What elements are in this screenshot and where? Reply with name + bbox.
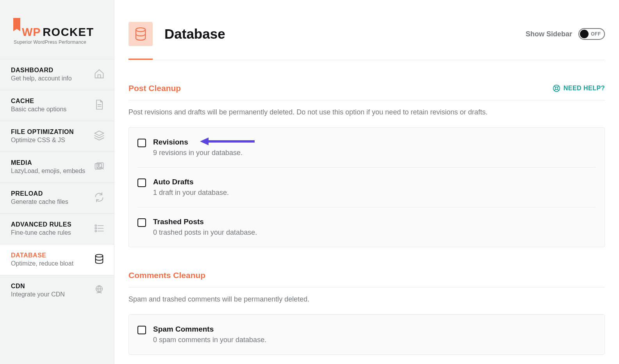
svg-point-15	[555, 87, 558, 90]
section-title: Comments Cleanup	[128, 271, 205, 280]
option-row: Trashed Posts 0 trashed posts in your da…	[137, 207, 596, 247]
logo-area: WP ROCKET Superior WordPress Performance	[0, 0, 114, 59]
need-help-link[interactable]: NEED HELP?	[553, 84, 605, 92]
nav-title: DASHBOARD	[11, 67, 72, 74]
section-comments-cleanup: Comments Cleanup Spam and trashed commen…	[128, 271, 605, 355]
main-content: Database Show Sidebar OFF Post Cleanup N…	[114, 0, 619, 364]
toggle-knob	[580, 30, 589, 38]
option-title: Spam Comments	[153, 325, 266, 334]
sidebar-item-cdn[interactable]: CDN Integrate your CDN	[0, 275, 114, 306]
option-title: Auto Drafts	[153, 178, 229, 186]
images-icon	[94, 161, 105, 173]
sidebar-item-advanced-rules[interactable]: ADVANCED RULES Fine-tune cache rules	[0, 213, 114, 244]
section-description: Spam and trashed comments will be perman…	[128, 295, 605, 303]
sidebar-item-file-optimization[interactable]: FILE OPTIMIZATION Optimize CSS & JS	[0, 121, 114, 152]
nav-title: PRELOAD	[11, 190, 68, 197]
show-sidebar-toggle[interactable]: OFF	[578, 28, 605, 40]
svg-point-14	[553, 85, 560, 92]
toggle-text: OFF	[591, 31, 601, 37]
svg-rect-6	[95, 227, 97, 229]
sidebar-item-preload[interactable]: PRELOAD Generate cache files	[0, 182, 114, 213]
page-header: Database Show Sidebar OFF	[128, 0, 605, 46]
need-help-label: NEED HELP?	[564, 85, 605, 92]
option-group: Revisions 9 revisions in your database. …	[128, 127, 605, 247]
option-sub: 0 spam comments in your database.	[153, 336, 266, 344]
nav-title: DATABASE	[11, 252, 73, 259]
database-icon	[94, 253, 105, 266]
page-icon-database	[128, 22, 153, 46]
logo-ribbon-icon	[13, 18, 20, 35]
option-sub: 1 draft in your database.	[153, 189, 229, 197]
svg-line-18	[554, 89, 555, 91]
nav-title: CACHE	[11, 98, 66, 105]
nav-sub: Integrate your CDN	[11, 291, 65, 298]
sidebar: WP ROCKET Superior WordPress Performance…	[0, 0, 114, 364]
page-title: Database	[164, 26, 225, 42]
svg-rect-5	[95, 225, 97, 226]
section-post-cleanup: Post Cleanup NEED HELP? Post revisions a…	[128, 84, 605, 247]
nav-title: FILE OPTIMIZATION	[11, 128, 74, 136]
sidebar-item-database[interactable]: DATABASE Optimize, reduce bloat	[0, 244, 114, 275]
option-group: Spam Comments 0 spam comments in your da…	[128, 314, 605, 355]
nav-sub: Generate cache files	[11, 198, 68, 205]
logo-wp: WP	[22, 26, 41, 38]
nav-sub: Optimize CSS & JS	[11, 137, 74, 144]
globe-icon	[94, 284, 105, 297]
checkbox-trashed-posts[interactable]	[137, 218, 146, 227]
sidebar-item-media[interactable]: MEDIA LazyLoad, emojis, embeds	[0, 152, 114, 182]
show-sidebar-label: Show Sidebar	[526, 30, 572, 38]
svg-rect-7	[95, 230, 97, 232]
tab-indicator	[128, 59, 605, 60]
option-title: Trashed Posts	[153, 218, 257, 226]
nav-sub: Get help, account info	[11, 75, 72, 82]
home-icon	[94, 68, 105, 81]
option-title: Revisions	[153, 138, 243, 146]
nav-sub: Basic cache options	[11, 106, 66, 113]
sidebar-item-dashboard[interactable]: DASHBOARD Get help, account info	[0, 59, 114, 90]
option-sub: 0 trashed posts in your database.	[153, 228, 257, 237]
checkbox-auto-drafts[interactable]	[137, 178, 146, 187]
svg-point-4	[98, 164, 100, 166]
checkbox-spam-comments[interactable]	[137, 326, 146, 334]
checkbox-revisions[interactable]	[137, 139, 146, 147]
refresh-icon	[94, 192, 105, 204]
nav-title: ADVANCED RULES	[11, 221, 71, 228]
option-row: Revisions 9 revisions in your database.	[137, 128, 596, 168]
nav-title: MEDIA	[11, 159, 85, 166]
section-description: Post revisions and drafts will be perman…	[128, 108, 605, 116]
nav-sub: LazyLoad, emojis, embeds	[11, 168, 85, 175]
lifesaver-icon	[553, 84, 560, 92]
nav-title: CDN	[11, 283, 65, 290]
nav-sub: Fine-tune cache rules	[11, 229, 71, 236]
svg-line-16	[554, 86, 555, 87]
svg-point-11	[96, 254, 103, 257]
sidebar-item-cache[interactable]: CACHE Basic cache options	[0, 90, 114, 121]
svg-line-17	[557, 86, 558, 87]
svg-line-19	[557, 89, 558, 91]
logo-tagline: Superior WordPress Performance	[14, 39, 103, 45]
option-sub: 9 revisions in your database.	[153, 149, 243, 157]
svg-point-13	[136, 28, 145, 32]
layers-icon	[94, 130, 105, 143]
document-icon	[94, 99, 105, 112]
list-icon	[94, 223, 105, 235]
option-row: Spam Comments 0 spam comments in your da…	[137, 315, 596, 354]
nav-sub: Optimize, reduce bloat	[11, 260, 73, 267]
logo-rocket: ROCKET	[43, 26, 94, 38]
section-title: Post Cleanup	[128, 84, 181, 93]
option-row: Auto Drafts 1 draft in your database.	[137, 168, 596, 207]
